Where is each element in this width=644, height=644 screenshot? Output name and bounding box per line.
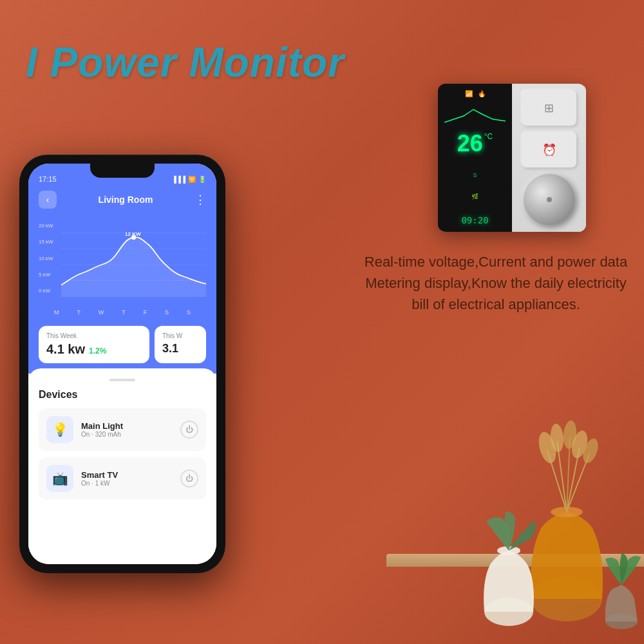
thermostat-leaf: 🌿 — [471, 193, 478, 200]
signal-icon: ▐▐▐ — [172, 176, 185, 183]
wifi-icon: 📶 — [465, 90, 473, 97]
smart-tv-icon: 📺 — [46, 465, 73, 492]
devices-title: Devices — [39, 389, 206, 401]
more-button[interactable]: ⋮ — [194, 193, 206, 207]
devices-section: Devices 💡 Main Light On · 320 mAh ⏻ 📺 — [28, 368, 216, 564]
wifi-status-icon: 🛜 — [188, 176, 196, 183]
this-week-change: 1.2% — [89, 346, 106, 355]
description-text: Real-time voltage,Current and power data… — [361, 251, 631, 315]
main-light-info: Main Light On · 320 mAh — [81, 421, 173, 438]
thermostat-device: 📶 🔥 26 °C S 🌿 09:20 ⊞ ⏰ — [438, 84, 586, 232]
thermostat-grid-btn[interactable]: ⊞ — [522, 90, 576, 126]
flame-icon: 🔥 — [478, 90, 486, 97]
tv-icon: 📺 — [52, 471, 68, 486]
this-partial-card: This W 3.1 — [155, 326, 206, 363]
phone-body: 17:15 ▐▐▐ 🛜 🔋 ‹ Living Room ⋮ 20 kW — [19, 155, 225, 573]
status-time: 17:15 — [39, 175, 57, 183]
y-label-15: 15 kW — [39, 239, 53, 245]
smart-tv-info: Smart TV On · 1 kW — [81, 470, 173, 487]
clock-icon: ⏰ — [542, 143, 556, 157]
status-icons: ▐▐▐ 🛜 🔋 — [172, 176, 206, 183]
device-item-smart-tv[interactable]: 📺 Smart TV On · 1 kW ⏻ — [39, 457, 206, 500]
phone-screen: 17:15 ▐▐▐ 🛜 🔋 ‹ Living Room ⋮ 20 kW — [28, 164, 216, 564]
phone-container: 17:15 ▐▐▐ 🛜 🔋 ‹ Living Room ⋮ 20 kW — [19, 155, 225, 580]
thermostat-controls: ⊞ ⏰ — [512, 84, 586, 232]
y-label-20: 20 kW — [39, 223, 53, 229]
y-label-5: 5 kW — [39, 272, 53, 278]
stats-row: This Week 4.1 kw 1.2% This W 3.1 — [28, 326, 216, 374]
x-label-f: F — [144, 309, 147, 316]
shelf — [386, 554, 644, 567]
y-label-0: 0 kW — [39, 288, 53, 294]
drag-handle[interactable] — [109, 379, 135, 381]
main-light-status: On · 320 mAh — [81, 431, 173, 438]
grid-icon: ⊞ — [544, 101, 554, 115]
x-label-s: S — [165, 309, 169, 316]
chart-svg: 12 KW — [61, 223, 206, 307]
device-item-main-light[interactable]: 💡 Main Light On · 320 mAh ⏻ — [39, 408, 206, 451]
this-week-card: This Week 4.1 kw 1.2% — [39, 326, 149, 363]
y-label-10: 10 kW — [39, 256, 53, 261]
back-button[interactable]: ‹ — [39, 191, 57, 209]
thermostat-knob[interactable] — [524, 174, 575, 225]
thermostat-curve — [444, 103, 506, 126]
thermostat-clock-btn[interactable]: ⏰ — [522, 132, 576, 167]
chart-x-labels: M T W T F S S — [39, 309, 206, 316]
smart-tv-status: On · 1 kW — [81, 480, 173, 487]
x-label-s2: S — [187, 309, 191, 316]
chart-area: 20 kW 15 kW 10 kW 5 kW 0 kW — [28, 216, 216, 326]
main-light-power-button[interactable]: ⏻ — [180, 421, 198, 439]
main-light-icon: 💡 — [46, 416, 73, 443]
smart-tv-name: Smart TV — [81, 470, 173, 480]
thermostat-temperature: 26 — [457, 132, 483, 155]
smart-tv-power-button[interactable]: ⏻ — [180, 469, 198, 488]
x-label-t2: T — [122, 309, 126, 316]
phone-notch — [90, 164, 155, 178]
app-header: ‹ Living Room ⋮ — [28, 185, 216, 216]
x-label-t: T — [77, 309, 80, 316]
this-week-value: 4.1 kw — [46, 342, 85, 357]
thermostat-display: 📶 🔥 26 °C S 🌿 09:20 — [438, 84, 512, 232]
x-label-w: W — [99, 309, 104, 316]
app-room-title: Living Room — [99, 194, 153, 205]
this-week-label: This Week — [46, 332, 142, 339]
thermostat-mode: S — [473, 172, 477, 178]
this-value: 3.1 — [162, 342, 198, 355]
knob-center — [547, 197, 552, 202]
this-label: This W — [162, 332, 198, 339]
thermostat-icons: 📶 🔥 — [465, 90, 486, 97]
svg-text:12 KW: 12 KW — [125, 231, 141, 237]
thermostat-unit: °C — [484, 132, 493, 141]
battery-icon: 🔋 — [198, 176, 206, 183]
x-label-m: M — [54, 309, 59, 316]
page-title: I Power Monitor — [26, 39, 345, 86]
main-light-name: Main Light — [81, 421, 173, 431]
thermostat-time: 09:20 — [461, 215, 488, 225]
chart-wrapper: 20 kW 15 kW 10 kW 5 kW 0 kW — [39, 223, 206, 307]
light-icon: 💡 — [52, 422, 68, 437]
